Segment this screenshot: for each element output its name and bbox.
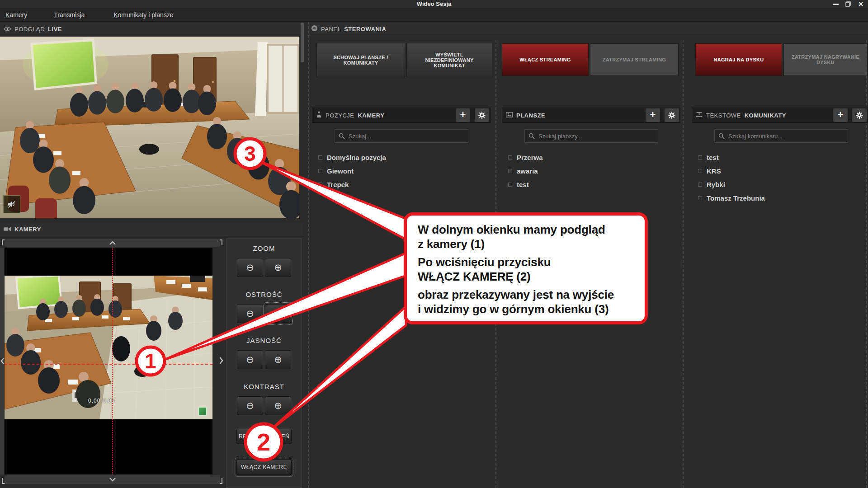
contrast-minus-button[interactable]: ⊖	[237, 396, 263, 415]
menu-transmisja[interactable]: Transmisja	[54, 11, 85, 19]
checkbox-icon	[318, 155, 322, 160]
checkbox-icon	[318, 183, 322, 187]
list-item-przerwa[interactable]: Przerwa	[502, 150, 680, 164]
window-title: Wideo Sesja	[0, 0, 868, 8]
brightness-minus-button[interactable]: ⊖	[237, 350, 263, 369]
checkbox-icon	[698, 183, 702, 187]
minimize-icon[interactable]	[832, 0, 839, 8]
hide-boards-button[interactable]: SCHOWAJ PLANSZE / KOMUNIKATY	[316, 43, 405, 77]
gear-icon	[856, 112, 863, 119]
list-item-rybki[interactable]: Rybki	[692, 178, 868, 191]
boards-button-group: SCHOWAJ PLANSZE / KOMUNIKATY WYŚWIETL NI…	[316, 43, 492, 77]
positions-settings-button[interactable]	[475, 108, 489, 122]
wideo-sesja-app: { "window": { "title": "Wideo Sesja" }, …	[0, 0, 868, 488]
callout-line: i widzimy go w górnym okienku (3)	[418, 302, 634, 316]
close-icon[interactable]: ✕	[857, 0, 864, 8]
boards-search	[524, 129, 658, 143]
add-position-button[interactable]: +	[456, 108, 470, 122]
control-title-bold: STEROWANIA	[344, 26, 386, 33]
search-icon	[718, 133, 725, 139]
positions-search	[335, 129, 468, 143]
focus-plus-button[interactable]: ⊕	[265, 304, 291, 323]
streaming-button-group: WŁĄCZ STREAMING ZATRZYMAJ STREAMING	[502, 43, 679, 76]
plus-circle-icon: ⊕	[274, 263, 282, 272]
list-item-giewont[interactable]: Giewont	[312, 164, 491, 178]
stop-streaming-button[interactable]: ZATRZYMAJ STREAMING	[590, 43, 679, 76]
callout-line: WŁĄCZ KAMERĘ (2)	[418, 269, 634, 284]
callout-line: z kamery (1)	[418, 237, 634, 251]
zoom-minus-button[interactable]: ⊖	[237, 258, 263, 277]
live-title-light: PODGLĄD	[14, 26, 45, 33]
live-preview-header: PODGLĄD LIVE	[0, 23, 303, 36]
list-item-trepek[interactable]: Trepek	[312, 178, 491, 191]
divider	[308, 22, 309, 488]
camera-icon	[4, 225, 11, 234]
pan-up-button[interactable]	[5, 239, 220, 247]
plus-circle-icon: ⊕	[274, 401, 282, 411]
pan-left-button[interactable]	[0, 248, 4, 474]
minus-circle-icon: ⊖	[246, 309, 254, 319]
focus-label: OSTROŚĆ	[226, 291, 302, 300]
control-title-light: PANEL	[321, 26, 341, 33]
add-board-button[interactable]: +	[646, 108, 660, 122]
boards-settings-button[interactable]	[665, 108, 679, 122]
crosshair-horizontal	[5, 364, 212, 365]
boards-search-input[interactable]	[538, 133, 654, 140]
contrast-plus-button[interactable]: ⊕	[265, 396, 291, 415]
menu-komunikaty-i-plansze[interactable]: Komunikaty i plansze	[113, 11, 173, 19]
minus-circle-icon: ⊖	[246, 401, 254, 411]
stop-recording-button[interactable]: ZATRZYMAJ NAGRYWANIE DYSKU	[783, 43, 868, 76]
search-icon	[528, 133, 535, 139]
text-icon	[696, 111, 703, 119]
enable-camera-button[interactable]: WŁĄCZ KAMERĘ	[236, 460, 292, 475]
boards-header: PLANSZE +	[502, 108, 680, 123]
positions-list: Domyślna pozycja Giewont Trepek	[312, 150, 491, 191]
minus-circle-icon: ⊖	[246, 263, 254, 272]
boards-list: Przerwa awaria test	[502, 150, 680, 191]
positions-title-light: POZYCJE	[326, 112, 354, 119]
zoom-plus-button[interactable]: ⊕	[265, 258, 291, 277]
camera-position-icon	[316, 111, 322, 120]
boards-title: PLANSZE	[516, 112, 545, 119]
crosshair-vertical	[112, 248, 113, 474]
text-messages-header: TEKSTOWE KOMUNIKATY +	[692, 108, 868, 123]
plus-circle-icon: ⊕	[274, 309, 282, 319]
positions-search-input[interactable]	[349, 133, 464, 140]
list-item-domyslna-pozycja[interactable]: Domyślna pozycja	[312, 150, 491, 164]
restore-icon[interactable]	[844, 0, 852, 8]
board-icon	[506, 111, 513, 119]
mute-icon[interactable]	[3, 195, 20, 213]
instruction-callout: W dolnym okienku mamy podgląd z kamery (…	[404, 212, 648, 324]
brightness-label: JASNOŚĆ	[226, 337, 302, 347]
camera-preview-video[interactable]: 0,00 0,00	[5, 248, 212, 474]
start-streaming-button[interactable]: WŁĄCZ STREAMING	[502, 43, 589, 76]
window-controls: ✕	[832, 0, 864, 8]
contrast-label: KONTRAST	[226, 383, 302, 393]
list-item-test[interactable]: test	[502, 178, 680, 191]
brightness-plus-button[interactable]: ⊕	[265, 350, 291, 369]
list-item-awaria[interactable]: awaria	[502, 164, 680, 178]
list-item-test[interactable]: test	[692, 150, 868, 164]
menu-kamery[interactable]: Kamery	[5, 11, 27, 19]
add-message-button[interactable]: +	[833, 108, 848, 122]
focus-minus-button[interactable]: ⊖	[237, 304, 263, 323]
pan-down-button[interactable]	[5, 475, 220, 484]
messages-settings-button[interactable]	[852, 108, 867, 122]
messages-search-input[interactable]	[728, 133, 844, 140]
show-undefined-message-button[interactable]: WYŚWIETL NIEZDEFINIOWANY KOMUNIKAT	[406, 43, 492, 77]
messages-search	[714, 129, 848, 143]
list-item-krs[interactable]: KRS	[692, 164, 868, 178]
callout-line: Po wciśnięciu przycisku	[418, 255, 634, 269]
control-panel-header: PANEL STEROWANIA	[307, 23, 868, 36]
pan-right-button[interactable]	[219, 357, 224, 366]
scrollbar-thumb[interactable]	[301, 23, 304, 62]
plus-icon: +	[650, 110, 656, 120]
list-item-tomasz-trzebunia[interactable]: Tomasz Trzebunia	[692, 191, 868, 205]
eye-icon	[4, 25, 11, 33]
reset-settings-button[interactable]: RESET USTAWIEŃ	[236, 429, 292, 444]
checkbox-icon	[698, 196, 702, 200]
gear-icon	[668, 112, 675, 119]
emblem-overlay	[198, 407, 207, 416]
messages-title-bold: KOMUNIKATY	[745, 112, 786, 119]
record-to-disk-button[interactable]: NAGRAJ NA DYSKU	[695, 43, 782, 76]
